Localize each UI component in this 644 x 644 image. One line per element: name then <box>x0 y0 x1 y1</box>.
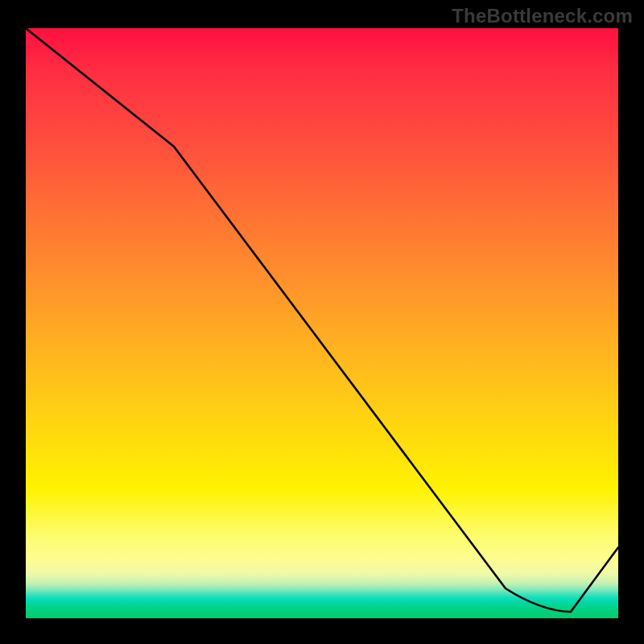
heat-gradient <box>26 28 618 618</box>
plot-inner <box>26 28 618 618</box>
watermark-text: TheBottleneck.com <box>452 5 633 27</box>
chart-frame: TheBottleneck.com <box>0 0 644 644</box>
plot-area <box>26 28 618 618</box>
